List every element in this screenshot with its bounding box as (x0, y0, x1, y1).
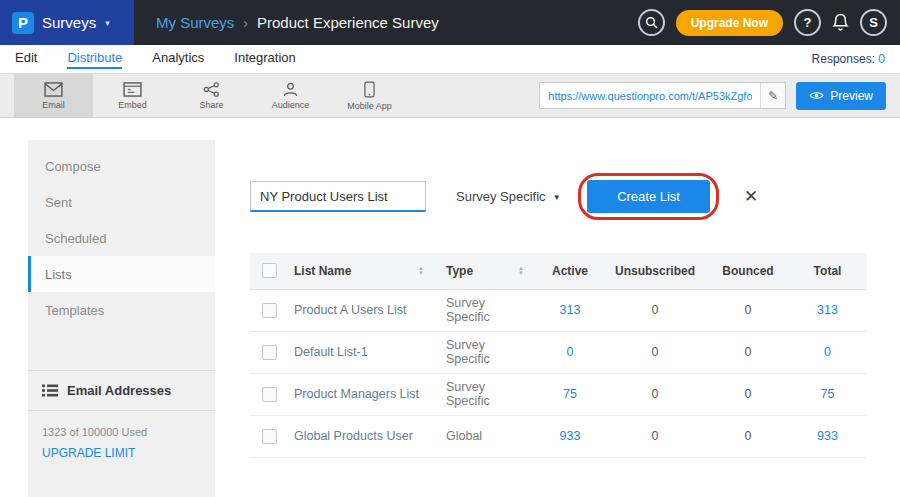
table-row: Global Products User Global 933 0 0 933 (250, 415, 867, 457)
email-sidebar: Compose Sent Scheduled Lists Templates E… (28, 140, 215, 497)
sort-icon: ▲▼ (518, 266, 524, 276)
select-all-cell (250, 253, 286, 289)
audience-icon (282, 82, 299, 97)
create-list-row: Survey Specific ▾ Create List ✕ (250, 180, 900, 213)
list-name-link[interactable]: Default List-1 (286, 331, 438, 373)
email-icon (44, 82, 63, 97)
search-button[interactable] (638, 9, 665, 36)
embed-icon (123, 82, 142, 97)
top-header: P Surveys ▾ My Surveys › Product Experie… (0, 0, 900, 45)
mobile-icon (364, 81, 375, 98)
list-icon (42, 384, 58, 397)
unsubscribed-count: 0 (602, 373, 708, 415)
active-count[interactable]: 75 (538, 373, 602, 415)
breadcrumb-my-surveys[interactable]: My Surveys (156, 14, 234, 31)
sidebar-item-compose[interactable]: Compose (28, 148, 215, 184)
sidebar-item-scheduled[interactable]: Scheduled (28, 220, 215, 256)
share-icon (203, 82, 220, 97)
list-type: Survey Specific (438, 289, 538, 331)
create-list-button[interactable]: Create List (587, 180, 710, 213)
tab-integration[interactable]: Integration (234, 50, 295, 69)
channel-audience[interactable]: Audience (251, 74, 330, 117)
row-checkbox[interactable] (262, 429, 277, 444)
header-bounced: Bounced (708, 253, 788, 289)
eye-icon (809, 90, 824, 101)
notifications-button[interactable] (832, 13, 849, 32)
toolbar-right: ✎ Preview (539, 82, 886, 110)
question-mark-icon: ? (804, 15, 812, 30)
help-button[interactable]: ? (794, 9, 821, 36)
chevron-down-icon: ▾ (555, 192, 560, 202)
lists-panel: Survey Specific ▾ Create List ✕ List Nam… (215, 140, 900, 497)
table-row: Product Managers List Survey Specific 75… (250, 373, 867, 415)
channel-email[interactable]: Email (14, 74, 93, 117)
header-actions: Upgrade Now ? S (638, 9, 900, 36)
active-count[interactable]: 0 (538, 331, 602, 373)
channel-embed[interactable]: Embed (93, 74, 172, 117)
header-total: Total (788, 253, 867, 289)
tab-distribute[interactable]: Distribute (67, 50, 122, 69)
bell-icon (832, 13, 849, 32)
preview-button[interactable]: Preview (796, 82, 886, 110)
questionpro-logo-icon: P (12, 12, 34, 34)
table-row: Product A Users List Survey Specific 313… (250, 289, 867, 331)
select-all-checkbox[interactable] (262, 263, 277, 278)
table-header-row: List Name ▲▼ Type ▲▼ Active Unsubscribed… (250, 253, 867, 289)
list-type: Survey Specific (438, 373, 538, 415)
user-avatar[interactable]: S (860, 9, 887, 36)
sidebar-item-sent[interactable]: Sent (28, 184, 215, 220)
sort-icon: ▲▼ (418, 266, 424, 276)
usage-text: 1323 of 100000 Used (28, 411, 215, 438)
bounced-count: 0 (708, 289, 788, 331)
search-icon (645, 16, 658, 29)
tabs: Edit Distribute Analytics Integration (15, 50, 812, 69)
breadcrumb: My Surveys › Product Experience Survey (156, 14, 638, 31)
row-checkbox[interactable] (262, 387, 277, 402)
list-type-selected: Survey Specific (456, 189, 546, 204)
bounced-count: 0 (708, 331, 788, 373)
product-name: Surveys (42, 14, 96, 31)
survey-url-box: ✎ (539, 82, 786, 109)
tab-edit[interactable]: Edit (15, 50, 37, 69)
active-count[interactable]: 313 (538, 289, 602, 331)
header-active: Active (538, 253, 602, 289)
breadcrumb-current-survey: Product Experience Survey (257, 14, 439, 31)
unsubscribed-count: 0 (602, 289, 708, 331)
survey-url-input[interactable] (540, 83, 760, 108)
close-icon[interactable]: ✕ (744, 186, 758, 207)
list-name-input[interactable] (250, 181, 426, 212)
chevron-down-icon: ▾ (105, 18, 110, 28)
content-area: Compose Sent Scheduled Lists Templates E… (0, 140, 900, 497)
list-name-link[interactable]: Product A Users List (286, 289, 438, 331)
total-count[interactable]: 313 (788, 289, 867, 331)
total-count[interactable]: 0 (788, 331, 867, 373)
tab-analytics[interactable]: Analytics (152, 50, 204, 69)
list-type-dropdown[interactable]: Survey Specific ▾ (456, 189, 559, 204)
channel-share[interactable]: Share (172, 74, 251, 117)
email-addresses-header: Email Addresses (28, 370, 215, 411)
distribute-toolbar: Email Embed Share Audience Mobile App ✎ … (0, 73, 900, 118)
list-name-link[interactable]: Global Products User (286, 415, 438, 457)
email-lists-table: List Name ▲▼ Type ▲▼ Active Unsubscribed… (250, 253, 867, 458)
edit-url-button[interactable]: ✎ (760, 83, 785, 108)
channel-buttons: Email Embed Share Audience Mobile App (14, 74, 409, 117)
bounced-count: 0 (708, 373, 788, 415)
brand-menu[interactable]: P Surveys ▾ (0, 0, 134, 45)
section-tabbar: Edit Distribute Analytics Integration Re… (0, 45, 900, 73)
list-name-link[interactable]: Product Managers List (286, 373, 438, 415)
total-count[interactable]: 75 (788, 373, 867, 415)
unsubscribed-count: 0 (602, 415, 708, 457)
header-list-name[interactable]: List Name ▲▼ (286, 253, 438, 289)
sidebar-item-lists[interactable]: Lists (28, 256, 215, 292)
channel-mobile-app[interactable]: Mobile App (330, 74, 409, 117)
sidebar-item-templates[interactable]: Templates (28, 292, 215, 328)
total-count[interactable]: 933 (788, 415, 867, 457)
row-checkbox[interactable] (262, 303, 277, 318)
active-count[interactable]: 933 (538, 415, 602, 457)
header-type[interactable]: Type ▲▼ (438, 253, 538, 289)
row-checkbox[interactable] (262, 345, 277, 360)
list-type: Global (438, 415, 538, 457)
create-list-wrap: Create List (587, 180, 710, 213)
upgrade-limit-link[interactable]: UPGRADE LIMIT (28, 438, 215, 468)
upgrade-now-button[interactable]: Upgrade Now (676, 10, 783, 36)
